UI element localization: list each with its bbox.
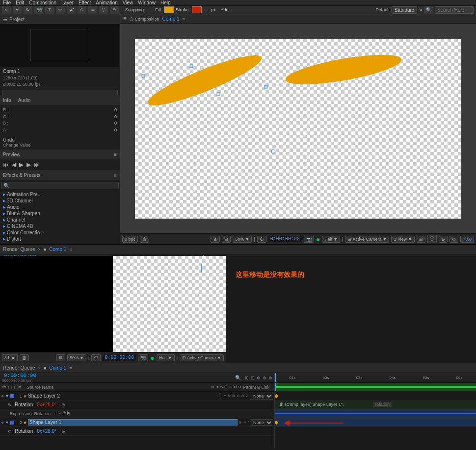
tool-select[interactable]: ✦ <box>13 6 22 14</box>
tool-pen[interactable]: ✏ <box>56 6 65 14</box>
stroke-swatch[interactable] <box>192 6 202 13</box>
btl-layer-1[interactable]: ● ▼ 1 ★ Shape Layer 2 ⊕ ✦ fx ⊞ ⊚ ⊗ ⊘ Non… <box>0 392 274 400</box>
menu-file[interactable]: File <box>3 0 11 5</box>
btl-comp-tab[interactable]: Comp 1 <box>49 365 66 371</box>
btl-l2-tri[interactable]: ▼ <box>5 420 9 425</box>
btl-icon-1[interactable]: ⊞ <box>245 375 249 380</box>
btl-l1-eye[interactable]: ● <box>1 393 4 399</box>
bviewer-monitor[interactable]: 🖥 <box>56 354 65 361</box>
comp-tab-top[interactable]: Comp 1 <box>162 16 180 22</box>
bviewer-8bpc[interactable]: 8 bpc <box>2 354 18 361</box>
btl-layer-2[interactable]: ● ▼ 2 ★ Shape Layer 1 ⊕ ✦ / None <box>0 418 274 427</box>
btl-l2-parent[interactable]: None <box>250 419 273 426</box>
preview-skip-back[interactable]: ⏮ <box>3 161 9 168</box>
viewer-snap[interactable]: ⊞ <box>417 236 425 243</box>
viewer-layout[interactable]: 1 View ▼ <box>391 236 415 243</box>
tool-roto[interactable]: ⬡ <box>99 6 108 14</box>
timeline-x[interactable]: × <box>38 247 41 252</box>
btl-playhead[interactable] <box>275 383 276 391</box>
btl-rot-val-2[interactable]: 0x+28.0° <box>37 428 56 434</box>
undo-label[interactable]: Undo <box>3 137 117 143</box>
render-queue-btn[interactable]: Render Queue <box>3 247 35 252</box>
btl-icon-2[interactable]: ⊡ <box>251 375 255 380</box>
viewer-num[interactable]: +0.0 <box>460 236 474 243</box>
tool-arrow[interactable]: ↖ <box>2 6 11 14</box>
menu-edit[interactable]: Edit <box>16 0 24 5</box>
effect-group-0[interactable]: ▶ Animation Pre... <box>1 191 119 198</box>
btl-kf-1[interactable] <box>275 394 278 398</box>
viewer-plus[interactable]: ⊕ <box>439 236 448 243</box>
viewer-view[interactable]: ⊞ Active Camera ▼ <box>345 236 389 243</box>
comp-tab-close[interactable]: ≡ <box>183 17 185 22</box>
menu-view[interactable]: View <box>123 0 133 5</box>
btl-expr-eq[interactable]: ＝ <box>52 410 56 417</box>
tool-clone[interactable]: ⊙ <box>78 6 86 14</box>
effect-group-7[interactable]: ▶ Distort <box>1 236 119 242</box>
btl-l1-tri[interactable]: ▼ <box>5 394 9 399</box>
btl-icon-3[interactable]: ⊚ <box>257 375 261 380</box>
standard-btn[interactable]: Standard <box>392 6 418 14</box>
comp-tab-tl-top[interactable]: Comp 1 <box>49 247 66 252</box>
viewer-8bpc[interactable]: 8 bpc <box>122 236 138 243</box>
menu-help[interactable]: Help <box>160 0 171 5</box>
btl-icon-search[interactable]: 🔍 <box>235 375 241 380</box>
btl-expr-play[interactable]: ▶ <box>67 410 71 417</box>
effects-search[interactable] <box>1 182 119 189</box>
bviewer-time[interactable]: 0:00:00:00 <box>103 354 136 361</box>
menu-window[interactable]: Window <box>138 0 156 5</box>
btl-kf-2[interactable] <box>275 421 278 425</box>
menu-effect[interactable]: Effect <box>79 0 91 5</box>
search-icon[interactable]: 🔍 <box>424 6 433 14</box>
effect-group-3[interactable]: ▶ Blur & Sharpen <box>1 210 119 217</box>
menu-animation[interactable]: Animation <box>96 0 117 5</box>
effect-group-1[interactable]: ▶ 3D Channel <box>1 198 119 204</box>
toolbar-dots[interactable]: » <box>419 7 422 13</box>
viewer-zoom[interactable]: 50% ▼ <box>233 236 252 243</box>
viewer-monitor[interactable]: 🖥 <box>211 236 220 243</box>
viewer-time-icon[interactable]: ⏱ <box>257 236 266 243</box>
btl-l1-parent[interactable]: None <box>250 393 273 400</box>
btl-l2-eye[interactable]: ● <box>1 420 4 425</box>
tool-brush[interactable]: 🖌 <box>67 6 76 14</box>
playhead[interactable] <box>201 264 202 273</box>
bviewer-trash[interactable]: 🗑 <box>20 354 29 361</box>
menu-composition[interactable]: Composition <box>29 0 56 5</box>
btl-expr-wave[interactable]: ∿ <box>57 410 61 417</box>
bviewer-view[interactable]: ⊞ Active Camera ▼ <box>180 354 224 361</box>
viewer-quality[interactable]: Half ▼ <box>322 236 340 243</box>
bviewer-camera-icon[interactable]: 📷 <box>138 354 148 361</box>
tool-text[interactable]: T <box>45 6 54 14</box>
viewer-camera-icon[interactable]: 📷 <box>304 236 314 243</box>
viewer-settings[interactable]: ⚙ <box>450 236 458 243</box>
btl-x[interactable]: × <box>38 366 41 371</box>
viewer-info[interactable]: ⓘ <box>427 235 437 243</box>
effect-group-2[interactable]: ▶ Audio <box>1 204 119 210</box>
btl-time[interactable]: 0:00:00:00 <box>2 373 38 378</box>
btl-rot-kf-2[interactable]: ⊚ <box>61 429 65 434</box>
btl-icon-4[interactable]: ⊕ <box>263 375 266 380</box>
tool-rotate[interactable]: ↻ <box>24 6 32 14</box>
viewer-display[interactable]: ⊞ <box>222 236 231 243</box>
effect-group-6[interactable]: ▶ Color Correctio... <box>1 229 119 236</box>
tool-puppet[interactable]: ⊛ <box>110 6 119 14</box>
viewer-trash[interactable]: 🗑 <box>140 236 149 243</box>
bviewer-zoom[interactable]: 50% ▼ <box>67 354 86 361</box>
menu-layer[interactable]: Layer <box>61 0 74 5</box>
bviewer-time-icon[interactable]: ⏱ <box>91 354 101 361</box>
btl-rot-kf-1[interactable]: ⊚ <box>61 402 65 407</box>
preview-skip-fwd[interactable]: ⏭ <box>34 161 40 168</box>
preview-play[interactable]: ▶ <box>19 161 24 168</box>
viewer-time[interactable]: 0:00:00:00 <box>268 236 302 242</box>
btl-rot-val-1[interactable]: 0x+28.0° <box>37 402 56 407</box>
btl-icon-5[interactable]: ⊗ <box>268 375 272 380</box>
bviewer-quality[interactable]: Half ▼ <box>157 354 175 361</box>
search-input[interactable] <box>435 6 474 14</box>
btl-render-queue[interactable]: Render Queue <box>3 365 35 371</box>
effect-group-5[interactable]: ▶ CINEMA 4D <box>1 223 119 229</box>
preview-back-frame[interactable]: ◀ <box>12 161 16 168</box>
tool-eraser[interactable]: ◈ <box>88 6 97 14</box>
btl-expr-circle[interactable]: ⊚ <box>62 410 66 417</box>
preview-fwd-frame[interactable]: ▶ <box>26 161 31 168</box>
fill-swatch[interactable] <box>164 6 174 13</box>
tool-camera[interactable]: 📷 <box>34 6 43 14</box>
